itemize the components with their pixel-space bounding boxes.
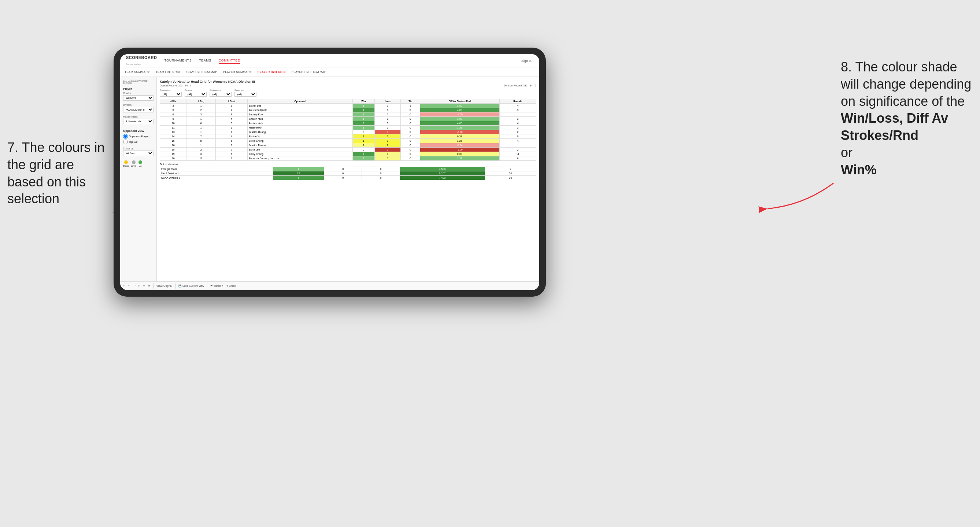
cell-conf: 2 [215, 148, 247, 152]
cell-opponent: Jessica Mason [248, 143, 352, 148]
opponent-view-title: Opponent view [123, 129, 153, 133]
save-custom-btn[interactable]: 💾 Save Custom View [178, 284, 204, 287]
cell-loss: 0 [375, 121, 401, 125]
col-win: Win [352, 99, 375, 104]
ood-tie: 0 [362, 176, 400, 180]
ood-loss: 0 [324, 171, 362, 176]
cell-diff: 0.38 [420, 134, 500, 139]
cell-diff: -5.00 [420, 148, 500, 152]
last-updated: Last Updated: 27/03/2024 16:55:38 [123, 80, 153, 84]
region-select[interactable]: (All) [185, 92, 207, 97]
ood-win: 1 [273, 167, 324, 171]
out-of-division-label: Out of division [160, 163, 536, 165]
refresh-btn[interactable]: ↺ [148, 284, 150, 287]
panel-title: Katelyn Vo Head-to-Head Grid for Women's… [160, 80, 536, 84]
annotation-left-text: The colours in the grid are based on thi… [7, 140, 105, 206]
ood-rounds: 2 [485, 167, 536, 171]
opponent-select[interactable]: (All) [234, 92, 256, 97]
gender-select[interactable]: Women's [123, 95, 153, 101]
cell-rounds: 11 [500, 152, 536, 156]
ood-diff: 4.500 [400, 167, 485, 171]
annotation-right-or: or [841, 145, 853, 160]
toolbar-bottom: ↩ ↪ ↩ ⎘ ✂ ↺ View: Original 💾 Save Custom… [120, 281, 539, 290]
undo-btn[interactable]: ↩ [123, 284, 125, 287]
cell-loss: 1 [375, 148, 401, 152]
table-row: 18 2 2 Euna Lee 0 1 0 -5.00 2 [160, 148, 536, 152]
cell-diff: 4.00 [420, 108, 500, 113]
table-row: 5 2 2 Alexis Sudjianto 1 0 0 4.00 3 [160, 108, 536, 113]
cell-tie: 0 [401, 121, 420, 125]
conference-select[interactable]: (All) [210, 92, 232, 97]
cell-div: 20 [160, 156, 186, 161]
cell-div: 9 [160, 117, 186, 121]
ood-win: 15 [273, 171, 324, 176]
sub-nav-player-h2h-heatmap[interactable]: PLAYER H2H HEATMAP [292, 70, 326, 74]
sub-nav-player-h2h-grid[interactable]: PLAYER H2H GRID [258, 70, 286, 74]
ood-label: NAIA Division 1 [160, 171, 273, 176]
cell-reg: 7 [186, 134, 215, 139]
sub-nav-team-h2h-heatmap[interactable]: TEAM H2H HEATMAP [186, 70, 217, 74]
cell-div: 14 [160, 134, 186, 139]
save-icon: 💾 [178, 284, 182, 287]
division-select[interactable]: NCAA Division III [123, 107, 153, 113]
nav-bar: SCOREBOARD Powered by clippd TOURNAMENTS… [120, 54, 539, 67]
main-content: Last Updated: 27/03/2024 16:55:38 Player… [120, 77, 539, 281]
scissors-btn[interactable]: ✂ [143, 284, 145, 287]
sub-nav-team-h2h-grid[interactable]: TEAM H2H GRID [156, 70, 180, 74]
ood-loss: 0 [324, 176, 362, 180]
sub-nav-player-summary[interactable]: PLAYER SUMMARY [223, 70, 252, 74]
share-btn[interactable]: ⬆ Share [226, 284, 236, 287]
cell-rounds: 4 [500, 139, 536, 143]
table-row: 9 1 4 Sharon Mun 1 0 0 3.67 3 [160, 117, 536, 121]
cell-opponent: Emily Chang [248, 152, 352, 156]
cell-div: 6 [160, 113, 186, 117]
cell-rounds: 9 [500, 134, 536, 139]
colour-by-select[interactable]: Win/loss [123, 151, 153, 156]
cell-diff: 3.33 [420, 125, 500, 130]
cell-diff: 0.30 [420, 152, 500, 156]
opponents-select[interactable]: (All) [160, 92, 182, 97]
nav-link-committee[interactable]: COMMITTEE [219, 58, 240, 64]
cell-tie: 0 [401, 143, 420, 148]
legend-up: Up [138, 160, 142, 167]
cell-loss: 0 [375, 125, 401, 130]
redo-left-btn[interactable]: ↪ [128, 284, 130, 287]
cell-conf: 3 [215, 121, 247, 125]
cell-conf: 1 [215, 130, 247, 134]
sub-nav-team-summary[interactable]: TEAM SUMMARY [124, 70, 150, 74]
cell-reg: 6 [186, 121, 215, 125]
nav-link-teams[interactable]: TEAMS [199, 58, 212, 64]
cell-conf: 3 [215, 113, 247, 117]
cell-win: 2 [352, 134, 375, 139]
cell-diff: -0.94 [420, 143, 500, 148]
cell-opponent: Esther Lee [248, 104, 352, 108]
player-rank-select[interactable]: 8. Katelyn Vo [123, 119, 153, 124]
cell-diff: 1.25 [420, 139, 500, 143]
table-row: 15 8 5 Stella Cheng 1 1 0 1.25 4 [160, 139, 536, 143]
ood-tie: 0 [362, 167, 400, 171]
nav-sign-out[interactable]: Sign out [521, 59, 533, 63]
cell-tie: 0 [401, 108, 420, 113]
cell-opponent: Euna Lee [248, 148, 352, 152]
cell-div: 16 [160, 143, 186, 148]
annotation-right-number: 8. [841, 59, 852, 75]
nav-link-tournaments[interactable]: TOURNAMENTS [164, 58, 192, 64]
radio-opponents-played[interactable]: Opponents Played [123, 134, 153, 139]
cell-rounds: 4 [500, 121, 536, 125]
ood-loss: 0 [324, 167, 362, 171]
table-row: 13 1 1 Jessica Huang 0 1 0 -3.00 2 [160, 130, 536, 134]
cell-reg: 1 [186, 125, 215, 130]
cell-win: 0 [352, 148, 375, 152]
radio-top100[interactable]: Top 100 [123, 140, 153, 144]
view-original-btn[interactable]: View: Original [156, 284, 172, 287]
watch-btn[interactable]: 👁 Watch ▾ [210, 284, 223, 287]
copy-btn[interactable]: ⎘ [138, 284, 140, 287]
cell-rounds: 6 [500, 156, 536, 161]
cell-loss: 1 [375, 152, 401, 156]
player-section-title: Player [123, 87, 153, 90]
redo-right-btn[interactable]: ↩ [134, 284, 135, 287]
division-label: Division [123, 104, 153, 106]
cell-loss: 1 [375, 156, 401, 161]
cell-div: 19 [160, 152, 186, 156]
toolbar-divider-2 [175, 283, 175, 289]
